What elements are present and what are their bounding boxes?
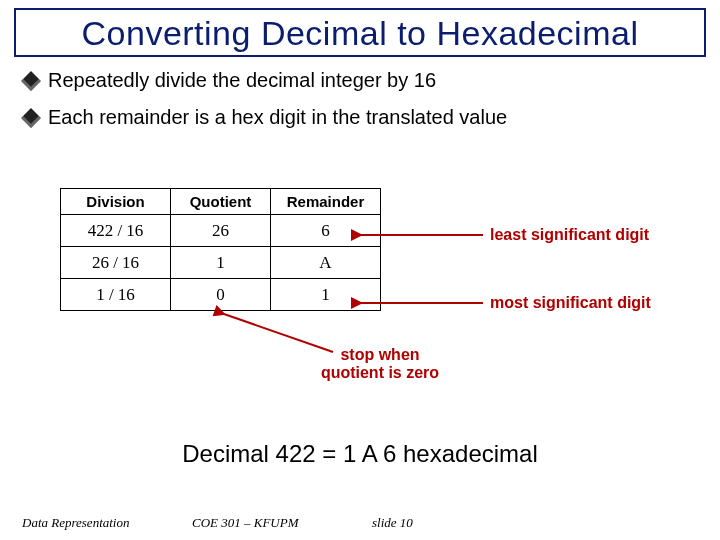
table-row: 1 / 16 0 1 [61, 279, 381, 311]
annot-stop-line1: stop when [340, 346, 419, 363]
bullet-text: Each remainder is a hex digit in the tra… [48, 106, 507, 129]
conclusion-text: Decimal 422 = 1 A 6 hexadecimal [0, 440, 720, 468]
table-row: 422 / 16 26 6 [61, 215, 381, 247]
annot-stop-line2: quotient is zero [321, 364, 439, 381]
cell: 1 [171, 247, 271, 279]
diamond-bullet-icon [21, 71, 41, 91]
cell: 0 [171, 279, 271, 311]
conversion-table: Division Quotient Remainder 422 / 16 26 … [60, 188, 381, 311]
bullet-item: Each remainder is a hex digit in the tra… [20, 106, 700, 129]
slide-title: Converting Decimal to Hexadecimal [24, 14, 696, 53]
annot-most: most significant digit [490, 294, 651, 312]
cell: 26 [171, 215, 271, 247]
annot-stop: stop when quotient is zero [310, 346, 450, 381]
th-division: Division [61, 189, 171, 215]
annot-least: least significant digit [490, 226, 649, 244]
footer: Data Representation COE 301 – KFUPM slid… [0, 506, 720, 540]
cell: 26 / 16 [61, 247, 171, 279]
th-quotient: Quotient [171, 189, 271, 215]
footer-slide: slide 10 [372, 515, 413, 531]
cell: 1 / 16 [61, 279, 171, 311]
cell: A [271, 247, 381, 279]
table-row: 26 / 16 1 A [61, 247, 381, 279]
bullet-item: Repeatedly divide the decimal integer by… [20, 69, 700, 92]
title-container: Converting Decimal to Hexadecimal [14, 8, 706, 57]
bullet-list: Repeatedly divide the decimal integer by… [20, 69, 700, 129]
bullet-text: Repeatedly divide the decimal integer by… [48, 69, 436, 92]
th-remainder: Remainder [271, 189, 381, 215]
arrow-least-icon [355, 228, 485, 242]
footer-left: Data Representation [22, 515, 192, 531]
arrow-most-icon [355, 296, 485, 310]
cell: 422 / 16 [61, 215, 171, 247]
footer-mid: COE 301 – KFUPM [192, 515, 372, 531]
diamond-bullet-icon [21, 108, 41, 128]
